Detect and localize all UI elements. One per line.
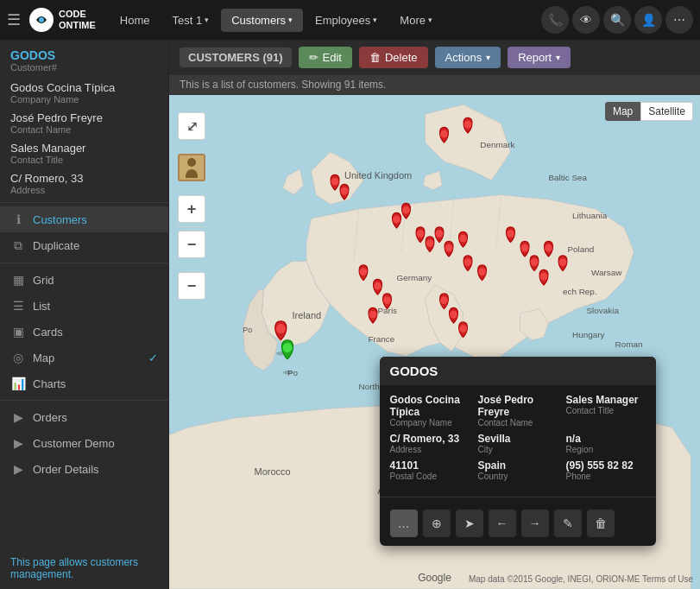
popup-header: GODOS [380, 357, 656, 385]
sidebar-grid-label: Grid [33, 274, 54, 287]
sidebar-item-charts[interactable]: 📊 Charts [0, 370, 168, 396]
nav-employees[interactable]: Employees▾ [305, 9, 388, 32]
popup-edit-btn[interactable]: ✎ [554, 510, 582, 537]
report-button[interactable]: Report ▾ [508, 47, 571, 68]
status-message: This is a list of customers. Showing 91 … [180, 79, 386, 91]
svg-point-48 [507, 230, 514, 238]
sidebar-orders-label: Orders [33, 411, 67, 424]
sidebar-item-list[interactable]: ☰ List [0, 293, 168, 319]
svg-point-40 [464, 258, 472, 266]
popup-delete-btn[interactable]: 🗑 [587, 510, 615, 537]
svg-text:Hungary: Hungary [572, 330, 604, 339]
popup-actions: … ⊕ ➤ ← → ✎ 🗑 [380, 504, 656, 546]
main-layout: GODOS Customer# Godos Cocina Típica Comp… [0, 40, 700, 589]
nav-customers[interactable]: Customers▾ [221, 9, 303, 32]
popup-city-label: City [478, 445, 558, 454]
sidebar-map-label: Map [33, 352, 54, 364]
search-icon-btn[interactable]: 🔍 [603, 6, 631, 34]
map-zoom-out-btn[interactable]: − [178, 231, 205, 258]
svg-point-0 [39, 17, 44, 22]
sidebar-list-label: List [33, 300, 50, 313]
svg-text:Morocco: Morocco [255, 466, 291, 477]
sidebar-divider-1 [0, 202, 168, 203]
popup-navigate-btn[interactable]: ➤ [456, 510, 483, 537]
popup-more-btn[interactable]: … [390, 510, 418, 537]
svg-point-28 [276, 324, 286, 333]
svg-point-42 [393, 216, 400, 224]
popup-postal-label: Postal Code [390, 472, 470, 481]
actions-label: Actions [445, 51, 482, 64]
duplicate-icon: ⧉ [10, 238, 26, 253]
user-icon-btn[interactable]: 👤 [634, 6, 662, 34]
delete-button[interactable]: 🗑 Delete [359, 47, 428, 68]
map-street-view-btn[interactable] [178, 154, 205, 181]
zoom-separator [178, 226, 205, 227]
nav-links: Home Test 1▾ Customers▾ Employees▾ More▾ [110, 9, 541, 32]
svg-point-46 [440, 130, 448, 138]
svg-text:Poland: Poland [568, 244, 595, 254]
delete-label: Delete [385, 51, 418, 64]
edit-label: Edit [323, 51, 342, 64]
svg-point-57 [187, 158, 196, 167]
popup-zoom-btn[interactable]: ⊕ [423, 510, 451, 537]
charts-icon: 📊 [10, 377, 26, 390]
phone-icon-btn[interactable]: 📞 [541, 6, 569, 34]
popup-contact-name: José Pedro Freyre Contact Name [478, 394, 558, 428]
popup-postal-value: 41101 [390, 459, 470, 472]
svg-text:Warsaw: Warsaw [591, 268, 622, 277]
popup-prev-btn[interactable]: ← [489, 510, 516, 537]
svg-point-38 [445, 244, 453, 252]
popup-region: n/a Region [566, 433, 646, 454]
map-type-toggle: Map Satellite [605, 102, 693, 121]
eye-icon-btn[interactable]: 👁 [572, 6, 600, 34]
customer-demo-expand-icon: ▶ [10, 436, 26, 450]
sidebar-contact-name: José Pedro Freyre Contact Name [0, 108, 168, 138]
svg-text:Baltic Sea: Baltic Sea [549, 173, 588, 182]
edit-icon: ✏ [309, 51, 318, 64]
popup-city-value: Sevilla [478, 433, 558, 445]
popup-company-value: Godos Cocina Típica [390, 394, 470, 418]
sidebar-item-customer-demo[interactable]: ▶ Customer Demo [0, 430, 168, 456]
popup-contact-title-value: Sales Manager [566, 394, 646, 406]
nav-home[interactable]: Home [110, 9, 161, 32]
svg-point-34 [369, 311, 377, 319]
map-zoom-in-btn[interactable]: + [178, 195, 205, 223]
map-view-btn[interactable]: Map [605, 102, 640, 121]
sidebar-item-duplicate[interactable]: ⧉ Duplicate [0, 232, 168, 259]
sidebar-item-orders[interactable]: ▶ Orders [0, 404, 168, 430]
popup-region-label: Region [566, 445, 646, 454]
svg-point-43 [402, 206, 410, 214]
sidebar-item-customers[interactable]: ℹ Customers [0, 206, 168, 232]
sidebar-divider-3 [0, 400, 168, 401]
map-zoom-out2-btn[interactable]: − [178, 272, 205, 300]
actions-button[interactable]: Actions ▾ [435, 47, 501, 68]
hamburger-icon[interactable]: ☰ [7, 10, 21, 29]
popup-region-value: n/a [566, 433, 646, 445]
app-logo: CODEONTIME [29, 8, 96, 32]
svg-point-35 [417, 230, 425, 238]
ellipsis-icon-btn[interactable]: ⋯ [665, 6, 693, 34]
logo-icon [29, 8, 54, 32]
map-container[interactable]: United Kingdom Denmark Baltic Sea Lithua… [169, 95, 700, 589]
sidebar-item-order-details[interactable]: ▶ Order Details [0, 456, 168, 482]
sidebar-divider-2 [0, 263, 168, 263]
sidebar-item-grid[interactable]: ▦ Grid [0, 267, 168, 293]
map-background: United Kingdom Denmark Baltic Sea Lithua… [169, 95, 700, 589]
popup-next-btn[interactable]: → [521, 510, 549, 537]
sidebar-item-map[interactable]: ◎ Map ✓ [0, 345, 168, 370]
satellite-view-btn[interactable]: Satellite [640, 102, 693, 121]
sidebar-footer: This page allows customers management. [0, 548, 168, 589]
map-expand-btn[interactable]: ⤢ [178, 112, 205, 140]
map-popup: GODOS Godos Cocina Típica Company Name J… [380, 357, 656, 546]
nav-test1[interactable]: Test 1▾ [161, 9, 219, 32]
delete-icon: 🗑 [369, 51, 381, 64]
svg-point-32 [374, 282, 382, 290]
svg-point-30 [283, 343, 293, 352]
sidebar-item-cards[interactable]: ▣ Cards [0, 319, 168, 345]
list-icon: ☰ [10, 299, 26, 313]
nav-more[interactable]: More▾ [389, 9, 443, 32]
svg-point-37 [436, 230, 444, 238]
svg-text:United Kingdom: United Kingdom [344, 170, 412, 180]
grid-icon: ▦ [10, 273, 26, 287]
edit-button[interactable]: ✏ Edit [299, 47, 352, 68]
